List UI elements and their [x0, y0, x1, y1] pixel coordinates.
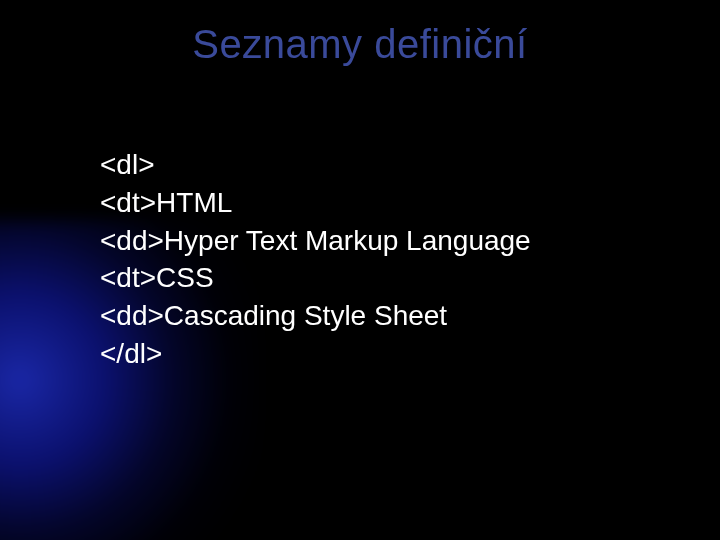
- slide-body: <dl> <dt>HTML <dd>Hyper Text Markup Lang…: [100, 146, 680, 373]
- code-line: <dt>HTML: [100, 184, 680, 222]
- slide: Seznamy definiční <dl> <dt>HTML <dd>Hype…: [0, 0, 720, 540]
- code-line: </dl>: [100, 335, 680, 373]
- slide-title: Seznamy definiční: [0, 22, 720, 67]
- code-line: <dt>CSS: [100, 259, 680, 297]
- code-line: <dd>Cascading Style Sheet: [100, 297, 680, 335]
- code-line: <dd>Hyper Text Markup Language: [100, 222, 680, 260]
- code-line: <dl>: [100, 146, 680, 184]
